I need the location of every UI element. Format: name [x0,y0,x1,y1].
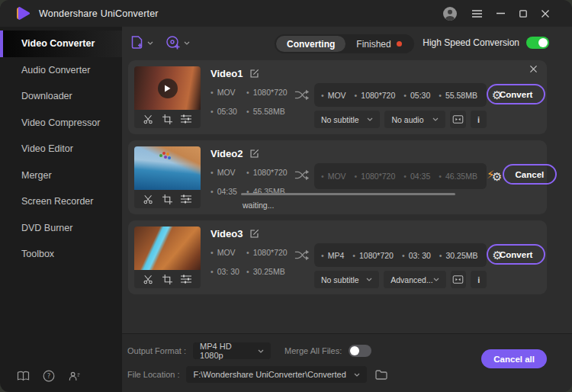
trim-icon[interactable] [143,275,154,284]
tab-converting[interactable]: Converting [276,36,345,52]
lightning-icon: ⚡ [487,169,495,180]
app-title: Wondershare UniConverter [39,8,159,19]
crop-icon[interactable] [162,114,172,124]
cancel-button[interactable]: Cancel [503,164,558,185]
crop-icon[interactable] [162,194,172,204]
output-info-panel: MP4 1080*720 03: 30 30.25MB ⚙ [314,243,487,267]
task-row-video2: Video2 MOV 1080*720 04:35 46.35MB [128,140,547,214]
app-window: Wondershare UniConverter Video Converter… [0,0,572,392]
minimize-icon[interactable] [496,9,505,18]
tab-finished[interactable]: Finished [345,36,412,52]
help-icon[interactable]: ? [43,370,55,382]
output-size: 46.35MB [439,172,477,181]
source-resolution: 1080*720 [246,248,291,257]
progress-bar [241,193,455,195]
output-format: MP4 [321,251,344,260]
file-location-dropdown[interactable]: F:\Wondershare UniConverter\Converted [186,366,366,383]
sidebar-item-toolbox[interactable]: Toolbox [0,241,122,268]
sidebar-item-merger[interactable]: Merger [0,162,122,189]
convert-button[interactable]: Convert [487,244,545,265]
play-icon[interactable] [158,79,178,98]
trim-icon[interactable] [143,114,154,124]
source-size: 30.25MB [246,267,291,276]
edit-icon[interactable] [249,69,259,79]
subtitle-dropdown[interactable]: No subtitle [314,271,379,288]
output-duration: 03: 30 [402,251,431,260]
audio-dropdown[interactable]: No audio [384,111,445,128]
source-format: MOV [210,248,246,257]
output-format-dropdown[interactable]: MP4 HD 1080p [193,342,271,359]
transfer-arrows-icon [291,89,313,128]
output-size: 55.58MB [439,91,477,100]
finished-badge-dot [397,41,402,47]
user-guide-book-icon[interactable] [17,371,30,381]
chevron-down-icon [147,41,153,45]
output-resolution: 1080*720 [355,172,396,181]
sidebar-item-video-compressor[interactable]: Video Compressor [0,110,122,137]
sidebar-item-video-converter[interactable]: Video Converter [0,31,122,57]
footer-bar: Output Format : MP4 HD 1080p Merge All F… [122,333,572,392]
video-thumbnail[interactable] [134,146,201,190]
app-logo-icon [15,5,31,21]
sidebar: Video Converter Audio Converter Download… [0,27,122,392]
load-dvd-button[interactable] [165,35,190,50]
close-icon[interactable] [541,10,549,18]
crop-icon[interactable] [162,275,172,284]
status-text: waiting... [243,201,274,210]
account-icon[interactable] [442,6,458,21]
info-icon[interactable]: i [471,271,487,288]
task-row-video3: Video3 MOV 1080*720 03: 30 30.25MB [128,220,547,294]
output-info-panel: MOV 1080*720 05:30 55.58MB ⚙ [314,83,487,107]
high-speed-label: High Speed Conversion [423,37,519,48]
trim-icon[interactable] [143,194,154,204]
community-icon[interactable] [68,371,81,382]
task-list: Video1 MOV 1080*720 05:30 55.58MB [122,59,572,333]
maximize-icon[interactable] [519,10,527,18]
task-row-video1: Video1 MOV 1080*720 05:30 55.58MB [128,60,547,134]
output-duration: 04:35 [403,172,430,181]
output-format: MOV [321,91,346,100]
transfer-arrows-icon [291,249,313,288]
sidebar-item-downloader[interactable]: Downloader [0,83,122,110]
output-info-panel: MOV 1080*720 04:35 46.35MB ⚙ [314,163,487,189]
source-resolution: 1080*720 [246,168,291,177]
effects-icon[interactable] [181,114,191,124]
output-resolution: 1080*720 [355,91,396,100]
source-format: MOV [210,88,246,97]
output-resolution: 1080*720 [352,251,394,260]
menu-icon[interactable] [472,10,482,18]
video-thumbnail[interactable] [134,66,201,110]
video-thumbnail[interactable] [134,227,201,270]
compress-icon[interactable] [450,111,466,128]
file-location-label: File Location : [127,370,179,379]
add-files-button[interactable] [130,35,153,50]
output-duration: 05:30 [403,91,430,100]
tab-group: Converting Finished [275,34,414,53]
convert-button[interactable]: Convert [487,84,545,104]
effects-icon[interactable] [181,275,191,284]
task-title: Video2 [210,148,243,159]
source-format: MOV [210,168,246,177]
high-speed-toggle[interactable] [526,37,549,49]
sidebar-item-screen-recorder[interactable]: Screen Recorder [0,188,122,215]
transfer-arrows-icon [291,169,313,208]
sidebar-item-dvd-burner[interactable]: DVD Burner [0,215,122,242]
source-size: 55.58MB [246,107,291,116]
audio-dropdown[interactable]: Advanced... [384,271,445,288]
sidebar-item-video-editor[interactable]: Video Editor [0,136,122,162]
output-format-label: Output Format : [127,346,186,355]
info-icon[interactable]: i [471,111,487,128]
merge-toggle[interactable] [349,345,371,357]
edit-icon[interactable] [249,149,259,159]
source-resolution: 1080*720 [246,88,291,97]
subtitle-dropdown[interactable]: No subtitle [314,111,380,128]
edit-icon[interactable] [249,229,259,239]
sidebar-item-audio-converter[interactable]: Audio Converter [0,57,122,84]
remove-task-icon[interactable] [530,66,537,72]
chevron-down-icon [184,41,190,45]
source-duration: 03: 30 [210,267,246,276]
compress-icon[interactable] [451,271,467,288]
folder-icon[interactable] [375,370,387,380]
cancel-all-button[interactable]: Cancel all [481,349,547,368]
effects-icon[interactable] [181,194,191,204]
